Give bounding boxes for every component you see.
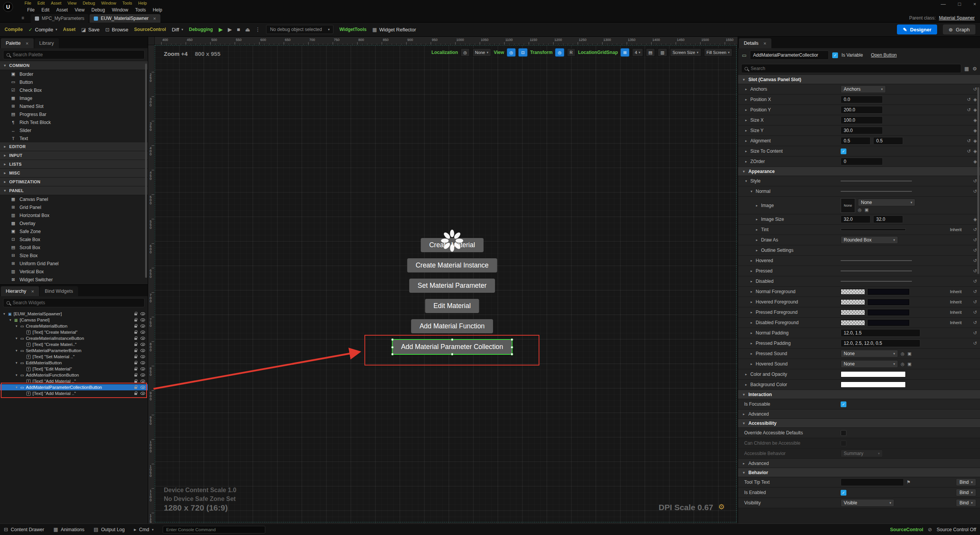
position-y-input[interactable]: 200.0	[841, 106, 883, 114]
grid-view-icon[interactable]: ▦	[964, 66, 969, 72]
designer-button-add-material-parameter-collection[interactable]: Add Material Parameter Collection	[393, 340, 512, 354]
compile-button[interactable]: ✓ Compile ▾	[28, 27, 57, 33]
designer-button-create-material-instance[interactable]: Create Material Instance	[407, 258, 497, 272]
layout-icon-button[interactable]: ▤	[646, 48, 655, 57]
hierarchy-row-canvas-panel[interactable]: ▾▦[Canvas Panel]	[0, 317, 148, 323]
details-section-appearance[interactable]: ▾Appearance	[738, 167, 980, 176]
palette-section-panel[interactable]: ▾PANEL	[0, 186, 148, 195]
localization-flag-icon[interactable]: ⚑	[906, 480, 911, 485]
console-command-box[interactable]	[163, 526, 265, 533]
hierarchy-row-text-edit-material[interactable]: T[Text] "Edit Material"	[0, 366, 148, 372]
view-mode-icon-button[interactable]: ◎	[507, 48, 516, 57]
visibility-eye-icon[interactable]	[140, 392, 145, 395]
alignment-input[interactable]: 0.5	[873, 137, 903, 145]
palette-search-input[interactable]	[13, 52, 141, 57]
palette-item-progress-bar[interactable]: ▤Progress Bar	[0, 110, 148, 118]
hierarchy-row-setmaterialparameterbutton[interactable]: ▾▭SetMaterialParameterButton	[0, 347, 148, 354]
chevron-right-icon[interactable]: ▸	[750, 321, 753, 325]
property-bind-icon[interactable]: ◈	[973, 217, 977, 222]
chevron-right-icon[interactable]: ▸	[750, 352, 753, 356]
tab-library[interactable]: Library	[34, 38, 59, 48]
widget-name-input[interactable]	[750, 51, 829, 60]
details-section-interaction[interactable]: ▾Interaction	[738, 390, 980, 399]
menu-window[interactable]: Window	[108, 7, 132, 13]
size-to-content-checkbox[interactable]: ✓	[841, 148, 846, 154]
visibility-eye-icon[interactable]	[140, 318, 145, 321]
chevron-right-icon[interactable]: ▸	[750, 279, 753, 283]
use-selected-asset-icon[interactable]: ◎	[901, 362, 905, 367]
chevron-right-icon[interactable]: ▸	[755, 204, 759, 207]
grid-snap-icon-button[interactable]: ⊞	[621, 48, 629, 57]
parent-class-link[interactable]: Material Spawner	[939, 15, 975, 21]
menu-top-tools[interactable]: Tools	[119, 1, 135, 5]
browse-asset-icon[interactable]: ▣	[865, 207, 869, 212]
eject-icon[interactable]: ⏏	[245, 26, 250, 33]
details-search-box[interactable]	[741, 64, 961, 73]
reset-to-default-icon[interactable]: ↺	[973, 341, 977, 346]
menu-top-debug[interactable]: Debug	[80, 1, 98, 5]
details-scrollbar[interactable]	[977, 87, 979, 274]
chevron-right-icon[interactable]: ▸	[744, 383, 748, 387]
reset-to-default-icon[interactable]: ↺	[973, 310, 977, 315]
palette-section-editor[interactable]: ▸EDITOR	[0, 142, 148, 151]
palette-item-horizontal-box[interactable]: ▥Horizontal Box	[0, 211, 148, 219]
visibility-eye-icon[interactable]	[140, 355, 145, 358]
palette-item-widget-switcher[interactable]: ⊠Widget Switcher	[0, 276, 148, 284]
hierarchy-row-text-create-material[interactable]: T[Text] "Create Material"	[0, 329, 148, 335]
close-button[interactable]: ×	[973, 1, 976, 7]
pressed-padding-input[interactable]: 12.0, 2.5, 12.0, 0.5	[841, 339, 920, 347]
stop-icon[interactable]: ■	[237, 26, 240, 33]
reset-to-default-icon[interactable]: ↺	[973, 237, 977, 243]
localization-none-button[interactable]: None▾	[472, 48, 491, 57]
palette-section-common[interactable]: ▾COMMON	[0, 61, 148, 70]
chevron-right-icon[interactable]: ▸	[744, 118, 748, 122]
color-swatch[interactable]	[841, 371, 906, 377]
use-selected-asset-icon[interactable]: ◎	[858, 207, 862, 212]
details-section-advanced[interactable]: ▸Advanced	[738, 459, 980, 468]
visibility-eye-icon[interactable]	[140, 380, 145, 383]
chevron-right-icon[interactable]: ▸	[755, 238, 759, 242]
reset-to-default-icon[interactable]: ↺	[973, 330, 977, 336]
can-children-be-accessible-checkbox[interactable]	[841, 440, 846, 446]
reset-to-default-icon[interactable]: ↺	[973, 289, 977, 294]
palette-search-box[interactable]	[3, 50, 145, 59]
details-search-input[interactable]	[751, 66, 958, 71]
palette-item-border[interactable]: ▣Border	[0, 70, 148, 78]
reset-to-default-icon[interactable]: ↺	[973, 279, 977, 284]
size-y-input[interactable]: 30.0	[841, 127, 883, 134]
save-button[interactable]: ◪ Save	[81, 27, 100, 33]
designer-canvas[interactable]: 4004505005506006507007508008509009501000…	[148, 37, 738, 524]
close-icon[interactable]: ×	[153, 16, 156, 21]
palette-item-text[interactable]: TText	[0, 134, 148, 142]
size-x-input[interactable]: 100.0	[841, 116, 883, 124]
lock-icon[interactable]	[134, 332, 137, 334]
menu-view[interactable]: View	[71, 7, 88, 13]
visibility-eye-icon[interactable]	[140, 312, 145, 315]
palette-item-slider[interactable]: ↔Slider	[0, 126, 148, 134]
lock-icon[interactable]	[134, 375, 137, 377]
use-selected-asset-icon[interactable]: ◎	[901, 351, 905, 356]
bind-dropdown[interactable]: Bind▾	[956, 499, 976, 507]
foreground-color-bar[interactable]	[868, 320, 909, 326]
output-log-button[interactable]: ▤ Output Log	[94, 527, 125, 532]
doc-tab-mpc-myparameters[interactable]: MPC_MyParameters	[31, 14, 88, 23]
palette-item-button[interactable]: ▭Button	[0, 78, 148, 86]
menu-tools[interactable]: Tools	[132, 7, 149, 13]
image-asset-dropdown[interactable]: None▾	[858, 199, 915, 206]
palette-item-check-box[interactable]: ☑Check Box	[0, 86, 148, 94]
property-bind-icon[interactable]: ◈	[973, 97, 977, 102]
palette-item-rich-text-block[interactable]: ¶Rich Text Block	[0, 118, 148, 126]
hovered-sound-dropdown[interactable]: None▾	[841, 360, 898, 368]
lock-icon[interactable]	[134, 387, 137, 389]
chevron-right-icon[interactable]: ▸	[750, 310, 753, 314]
hierarchy-row-addmaterialfunctionbutton[interactable]: ▾▭AddMaterialFunctionButton	[0, 372, 148, 378]
selection-handle[interactable]	[451, 338, 454, 341]
palette-item-size-box[interactable]: ⊟Size Box	[0, 251, 148, 259]
hierarchy-search-box[interactable]	[3, 298, 145, 307]
property-bind-icon[interactable]: ◈	[973, 148, 977, 154]
chevron-right-icon[interactable]: ▸	[744, 129, 748, 132]
image-size-input[interactable]: 32.0	[841, 215, 871, 223]
hierarchy-search-input[interactable]	[13, 300, 141, 305]
chevron-right-icon[interactable]: ▸	[744, 87, 748, 91]
diff-button[interactable]: Diff ▾	[172, 27, 183, 33]
